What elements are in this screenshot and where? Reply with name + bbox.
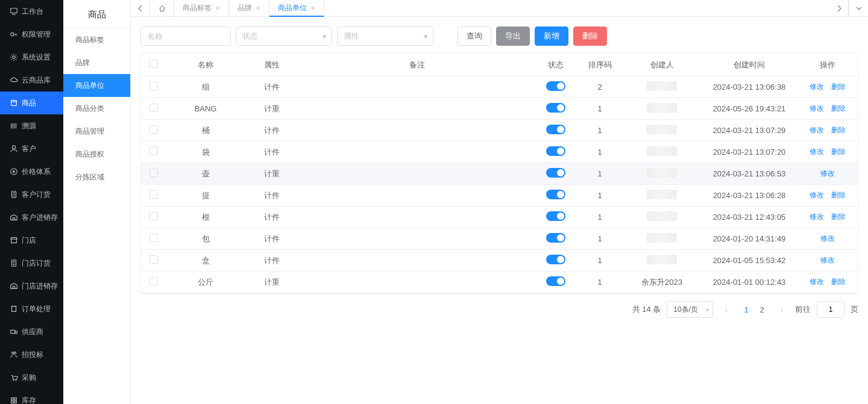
cell-attr: 计件 [245, 147, 299, 158]
submenu-item-5[interactable]: 商品授权 [63, 143, 130, 166]
delete-link[interactable]: 删除 [831, 212, 846, 222]
edit-link[interactable]: 修改 [810, 82, 824, 92]
nav-item-0[interactable]: 工作台 [0, 0, 63, 23]
toolbar: 状态 ▾ 属性 ▾ 查询 导出 新增 删除 [140, 26, 858, 46]
submenu-item-1[interactable]: 品牌 [63, 51, 130, 74]
query-button[interactable]: 查询 [458, 26, 491, 46]
row-checkbox[interactable] [149, 234, 158, 242]
status-switch[interactable] [546, 168, 565, 178]
col-op: 操作 [797, 60, 858, 70]
page-number-2[interactable]: 2 [755, 302, 769, 317]
tab-2[interactable]: 商品单位✕ [269, 0, 324, 16]
nav-item-17[interactable]: 库存 [0, 389, 63, 404]
close-icon[interactable]: ✕ [310, 5, 315, 11]
nav-item-15[interactable]: 招投标 [0, 343, 63, 366]
row-checkbox[interactable] [149, 104, 158, 112]
nav-item-16[interactable]: 采购 [0, 366, 63, 389]
nav-item-5[interactable]: 溯源 [0, 114, 63, 137]
nav-item-11[interactable]: 门店订货 [0, 252, 63, 275]
page-next-button[interactable]: › [775, 302, 789, 317]
status-switch[interactable] [546, 103, 565, 113]
goto-page-input[interactable] [817, 301, 844, 318]
nav-item-6[interactable]: 客户 [0, 137, 63, 160]
edit-link[interactable]: 修改 [810, 212, 824, 222]
tab-more-button[interactable] [849, 0, 868, 16]
edit-link[interactable]: 修改 [810, 147, 824, 157]
page-number-1[interactable]: 1 [740, 302, 753, 317]
edit-link[interactable]: 修改 [810, 125, 824, 135]
edit-link[interactable]: 修改 [820, 234, 835, 244]
nav-item-label: 系统设置 [22, 52, 51, 63]
select-all-checkbox[interactable] [149, 60, 158, 68]
tab-label: 商品单位 [278, 3, 307, 13]
nav-item-14[interactable]: 供应商 [0, 320, 63, 343]
barcode-icon [10, 122, 18, 130]
tab-prev-button[interactable] [131, 0, 150, 16]
cell-attr: 计重 [245, 169, 299, 179]
row-checkbox[interactable] [149, 212, 158, 220]
nav-item-1[interactable]: 权限管理 [0, 23, 63, 46]
delete-link[interactable]: 删除 [831, 147, 846, 157]
delete-button[interactable]: 删除 [573, 26, 607, 46]
delete-link[interactable]: 删除 [831, 190, 846, 200]
edit-link[interactable]: 修改 [810, 104, 824, 114]
edit-link[interactable]: 修改 [810, 190, 824, 200]
row-checkbox[interactable] [149, 255, 158, 264]
tab-label: 品牌 [237, 3, 252, 13]
nav-item-8[interactable]: 客户订货 [0, 183, 63, 206]
export-button[interactable]: 导出 [496, 26, 530, 46]
status-select[interactable]: 状态 ▾ [236, 26, 332, 46]
nav-item-2[interactable]: 系统设置 [0, 46, 63, 69]
submenu-item-2[interactable]: 商品单位 [63, 74, 130, 97]
tab-1[interactable]: 品牌✕ [229, 0, 269, 16]
submenu-item-4[interactable]: 商品管理 [63, 120, 130, 143]
row-checkbox[interactable] [149, 147, 158, 155]
delete-link[interactable]: 删除 [831, 104, 846, 114]
delete-link[interactable]: 删除 [831, 125, 846, 135]
close-icon[interactable]: ✕ [215, 5, 220, 11]
attr-select[interactable]: 属性 ▾ [337, 26, 433, 46]
edit-link[interactable]: 修改 [820, 255, 835, 266]
svg-rect-8 [11, 330, 15, 333]
submenu-item-6[interactable]: 分拣区域 [63, 166, 130, 188]
row-checkbox[interactable] [149, 277, 158, 285]
submenu-item-3[interactable]: 商品分类 [63, 97, 130, 120]
edit-link[interactable]: 修改 [820, 169, 835, 179]
submenu-item-0[interactable]: 商品标签 [63, 28, 130, 51]
nav-item-3[interactable]: 云商品库 [0, 69, 63, 92]
status-switch[interactable] [546, 276, 565, 286]
tab-0[interactable]: 商品标签✕ [174, 0, 229, 16]
add-button[interactable]: 新增 [535, 26, 568, 46]
page-size-select[interactable]: 10条/页 ▾ [667, 301, 713, 318]
svg-point-11 [14, 352, 16, 355]
nav-item-13[interactable]: 订单处理 [0, 297, 63, 320]
status-switch[interactable] [546, 255, 565, 264]
nav-item-4[interactable]: 商品 [0, 92, 63, 114]
edit-link[interactable]: 修改 [810, 277, 824, 287]
row-checkbox[interactable] [149, 125, 158, 134]
status-switch[interactable] [546, 233, 565, 243]
row-checkbox[interactable] [149, 169, 158, 177]
cell-attr: 计件 [245, 234, 299, 244]
tab-next-button[interactable] [829, 0, 849, 16]
status-switch[interactable] [546, 211, 565, 221]
tab-home[interactable] [150, 0, 174, 16]
status-switch[interactable] [546, 125, 565, 134]
delete-link[interactable]: 删除 [831, 277, 846, 287]
page-prev-button[interactable]: ‹ [719, 302, 734, 317]
delete-link[interactable]: 删除 [831, 82, 846, 92]
nav-item-label: 客户 [22, 144, 36, 154]
row-checkbox[interactable] [149, 190, 158, 199]
nav-item-label: 采购 [22, 373, 36, 383]
nav-item-label: 库存 [22, 396, 36, 405]
status-switch[interactable] [546, 146, 565, 156]
status-switch[interactable] [546, 81, 565, 91]
nav-item-10[interactable]: 门店 [0, 229, 63, 252]
name-input[interactable] [140, 26, 231, 46]
nav-item-12[interactable]: 门店进销存 [0, 275, 63, 297]
status-switch[interactable] [546, 190, 565, 199]
close-icon[interactable]: ✕ [256, 5, 260, 11]
nav-item-7[interactable]: 价格体系 [0, 160, 63, 183]
row-checkbox[interactable] [149, 82, 158, 90]
nav-item-9[interactable]: 客户进销存 [0, 206, 63, 229]
